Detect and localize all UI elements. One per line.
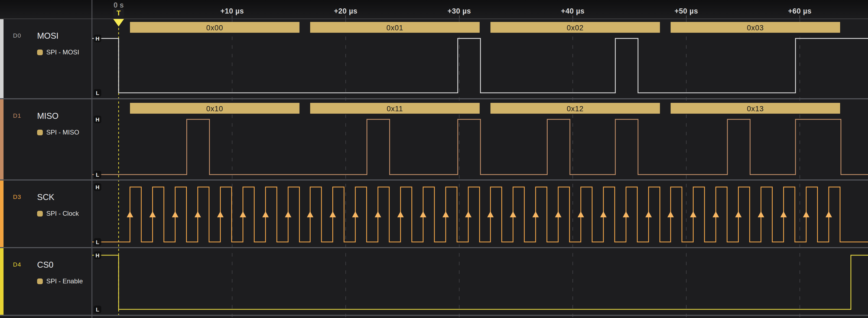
row-separator [0,247,868,248]
tick-mark [459,15,460,19]
tick-mark [686,15,686,19]
row-separator [0,98,868,99]
clock-rise-marker [803,211,809,217]
analyzer-swatch-icon [37,279,43,284]
row-separator [0,180,868,181]
analyzer-chip[interactable]: SPI - MOSI [37,49,79,56]
timeline-ruler[interactable]: 0 s T +10 µs+20 µs+30 µs+40 µs+50 µs+60 … [0,0,868,19]
channel-row-d4[interactable]: D4CS0SPI - Enable [0,248,92,315]
clock-rise-marker [826,211,832,217]
clock-rise-marker [420,211,426,217]
analyzer-swatch-icon [37,130,43,135]
analyzer-chip[interactable]: SPI - Enable [37,277,83,285]
clock-rise-marker [667,211,674,217]
clock-rise-marker [149,211,156,217]
clock-rise-marker [532,211,539,217]
channel-row-d0[interactable]: D0MOSISPI - MOSI [0,19,92,98]
clock-rise-marker [600,211,607,217]
tick-mark [345,15,346,19]
tick-mark [572,15,573,19]
clock-rise-marker [690,211,696,217]
level-badge-low-label: L [96,307,99,313]
tick-label: +60 µs [788,7,812,15]
waveform-canvas[interactable]: 0x000x010x020x03HL0x100x110x120x13HLHLHL [0,0,868,318]
logic-analyzer-window: 0x000x010x020x03HL0x100x110x120x13HLHLHL… [0,0,868,318]
label-plot-divider[interactable] [92,0,92,318]
bubble-label: 0x01 [386,24,404,32]
waveform-cs0 [92,255,868,309]
channel-color-strip[interactable] [0,99,3,180]
clock-rise-marker [623,211,629,217]
analyzer-chip[interactable]: SPI - MISO [37,129,79,136]
waveform-sck [92,187,868,242]
channel-color-strip[interactable] [0,19,3,98]
clock-rise-marker [555,211,561,217]
clock-rise-marker [758,211,764,217]
channel-color-strip[interactable] [0,248,3,315]
bubble-label: 0x13 [747,105,764,113]
clock-rise-marker [397,211,404,217]
clock-rise-marker [645,211,652,217]
clock-rise-marker [735,211,742,217]
clock-rise-marker [578,211,584,217]
ruler-border [0,19,868,19]
channel-id: D3 [13,193,21,200]
channel-row-d1[interactable]: D1MISOSPI - MISO [0,99,92,180]
analyzer-label: SPI - Enable [46,277,83,285]
clock-rise-marker [217,211,224,217]
tick-label: +50 µs [675,7,698,15]
bubble-label: 0x00 [206,24,223,32]
channel-name[interactable]: SCK [37,192,55,202]
clock-rise-marker [330,211,336,217]
bubble-label: 0x11 [387,105,403,113]
trigger-badge[interactable]: T [113,9,124,18]
channel-id: D4 [13,261,21,268]
bubble-label: 0x03 [747,24,764,32]
channel-name[interactable]: MISO [37,111,59,121]
tick-label: +10 µs [220,7,244,15]
clock-rise-marker [172,211,179,217]
bubble-label: 0x02 [567,24,584,32]
tick-label: +20 µs [334,7,358,15]
channel-name[interactable]: CS0 [37,260,53,270]
tick-label: +30 µs [447,7,471,15]
analyzer-chip[interactable]: SPI - Clock [37,210,79,217]
level-badge-low-label: L [96,172,99,178]
analyzer-swatch-icon [37,50,43,55]
clock-rise-marker [307,211,313,217]
clock-rise-marker [352,211,359,217]
level-badge-high-label: H [96,253,99,258]
analyzer-label: SPI - MOSI [46,49,79,56]
bubble-label: 0x10 [206,105,223,113]
analyzer-swatch-icon [37,211,43,217]
level-badge-high-label: H [96,36,99,42]
clock-rise-marker [375,211,381,217]
level-badge-high-label: H [96,117,99,123]
waveform-miso [92,119,868,174]
channel-name[interactable]: MOSI [37,31,59,41]
channel-id: D0 [13,32,21,39]
level-badge-low-label: L [96,90,99,96]
clock-rise-marker [262,211,269,217]
channel-color-strip[interactable] [0,181,3,247]
level-badge-low-label: L [96,239,99,245]
clock-rise-marker [487,211,494,217]
row-separator [0,315,868,316]
channel-row-d3[interactable]: D3SCKSPI - Clock [0,181,92,247]
clock-rise-marker [240,211,246,217]
clock-rise-marker [465,211,471,217]
clock-rise-marker [510,211,516,217]
tick-label: +40 µs [561,7,584,15]
trigger-marker-icon[interactable] [113,19,124,27]
clock-rise-marker [780,211,787,217]
channel-id: D1 [13,112,21,119]
clock-rise-marker [194,211,201,217]
level-badge-high-label: H [96,184,99,190]
bubble-label: 0x12 [567,105,584,113]
timeline-origin-label: 0 s [114,1,124,9]
clock-rise-marker [285,211,291,217]
tick-mark [232,15,232,19]
clock-rise-marker [127,211,133,217]
analyzer-label: SPI - MISO [46,129,79,136]
analyzer-label: SPI - Clock [46,210,79,217]
